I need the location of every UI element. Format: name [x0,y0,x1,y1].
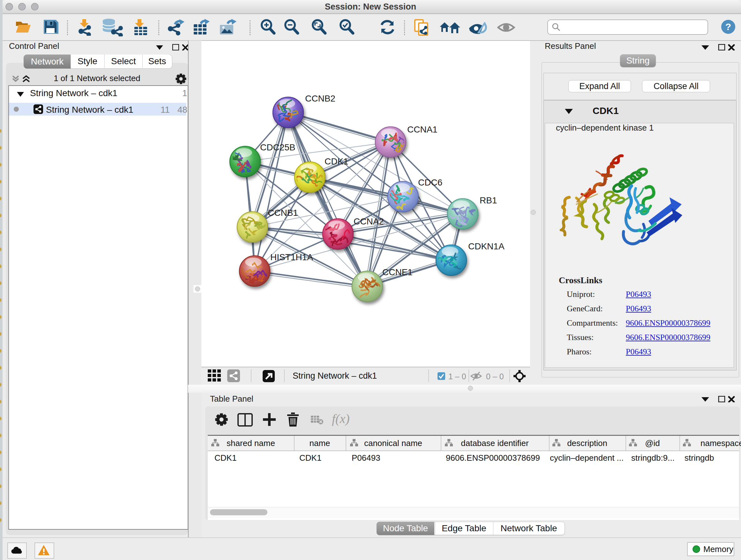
svg-text:CDC25B: CDC25B [260,142,295,152]
svg-text:CCNB1: CCNB1 [268,208,298,218]
svg-text:HIST1H1A: HIST1H1A [270,252,313,262]
svg-text:CCNB2: CCNB2 [305,94,335,104]
svg-text:?: ? [725,21,731,32]
svg-text:CDC6: CDC6 [418,178,442,187]
svg-text:CDK1: CDK1 [325,157,348,166]
svg-text:CCNA1: CCNA1 [407,125,437,134]
svg-text:RB1: RB1 [480,195,497,205]
svg-text:CCNA2: CCNA2 [354,216,384,226]
svg-text:CCNE1: CCNE1 [382,267,413,277]
svg-text:CDKN1A: CDKN1A [468,241,504,251]
